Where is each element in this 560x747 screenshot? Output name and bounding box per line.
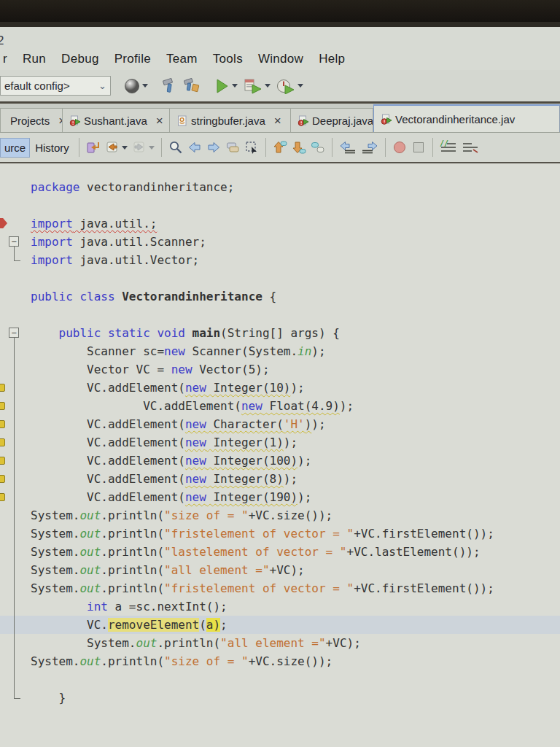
menu-run[interactable]: Run (23, 52, 46, 66)
code-line[interactable]: package vectorandinheritance; (0, 178, 560, 196)
fold-guide-line (14, 488, 15, 507)
build-project-button[interactable] (161, 78, 177, 94)
comment-button[interactable]: // (440, 140, 457, 155)
code-fold-collapse-icon[interactable]: − (9, 236, 19, 247)
code-line[interactable]: import java.util.Vector; (0, 251, 560, 269)
rectangular-selection-button[interactable] (244, 140, 259, 155)
code-token: System. (31, 527, 79, 541)
project-configuration-select[interactable]: efault config> ⌄ (0, 76, 111, 96)
dropdown-caret-icon[interactable] (149, 146, 155, 150)
dropdown-caret-icon[interactable] (265, 84, 271, 88)
tab-projects[interactable]: Projects× (0, 108, 63, 132)
toggle-bookmark-button[interactable] (225, 140, 240, 155)
code-fold-collapse-icon[interactable]: − (9, 328, 19, 338)
code-line[interactable]: System.out.println("fristelement of vect… (0, 525, 560, 543)
profile-project-button[interactable] (276, 78, 303, 94)
run-project-button[interactable] (214, 78, 238, 94)
stop-macro-recording-button[interactable] (411, 140, 426, 155)
close-icon[interactable]: × (274, 115, 281, 127)
dropdown-caret-icon[interactable] (232, 84, 238, 88)
toolbar-separator (265, 138, 266, 157)
menu-help[interactable]: Help (319, 52, 345, 66)
code-line[interactable] (0, 196, 560, 214)
back-button[interactable] (105, 140, 128, 155)
code-token: out (79, 563, 101, 577)
code-line[interactable]: System.out.println("all element ="+VC); (0, 634, 560, 652)
code-line[interactable]: import java.util.; (0, 214, 560, 233)
back-icon (105, 140, 120, 155)
code-line[interactable]: System.out.println("size of = "+VC.size(… (0, 506, 560, 525)
code-line[interactable]: System.out.println("lastelement of vecto… (0, 543, 560, 561)
code-token: Scanner(System. (185, 344, 298, 358)
code-token: ); (284, 436, 298, 449)
last-edit-location-button[interactable] (86, 140, 101, 155)
code-line[interactable]: Vector VC = new Vector(5); (0, 360, 560, 379)
code-token: .println( (101, 508, 164, 522)
start-macro-recording-icon (392, 140, 407, 155)
previous-bookmark-button[interactable] (187, 140, 202, 155)
code-line[interactable]: int a =sc.nextInt(); (0, 597, 560, 616)
globe-button[interactable] (124, 78, 148, 94)
start-macro-recording-button[interactable] (392, 140, 407, 155)
shift-left-button[interactable] (339, 140, 357, 155)
editor-toolbar: urce History // (0, 133, 560, 163)
forward-button[interactable] (132, 140, 155, 155)
code-line[interactable] (0, 269, 560, 287)
code-token: System. (87, 636, 136, 650)
uncomment-button[interactable] (462, 140, 479, 155)
find-selection-button[interactable] (168, 140, 183, 155)
code-line[interactable]: −public static void main(String[] args) … (0, 324, 560, 342)
tab-vectorandinheritance-jav[interactable]: Vectorandinheritance.jav (373, 104, 560, 132)
all-occurrences-button[interactable] (311, 140, 325, 155)
code-line[interactable]: System.out.println("size of = "+VC.size(… (0, 652, 560, 670)
code-line[interactable]: VC.addElement(new Integer(8)); (0, 470, 560, 488)
code-token: System. (31, 545, 79, 559)
menu-tools[interactable]: Tools (213, 52, 243, 66)
dropdown-caret-icon[interactable] (142, 84, 148, 88)
code-line[interactable]: VC.removeElement(a); (0, 616, 560, 634)
code-line[interactable]: public class Vectorandinheritance { (0, 287, 560, 306)
code-token: out (79, 581, 101, 595)
toolbar-separator (385, 138, 386, 157)
next-occurrence-button[interactable] (292, 140, 306, 155)
source-view-toggle[interactable]: urce (0, 138, 30, 158)
code-editor[interactable]: package vectorandinheritance;import java… (0, 163, 560, 731)
menu-r[interactable]: r (3, 52, 7, 66)
tab-stringbufer-java[interactable]: stringbufer.java× (170, 108, 291, 132)
clean-build-project-button[interactable] (183, 78, 201, 94)
code-token: .println( (101, 527, 164, 541)
menu-debug[interactable]: Debug (61, 52, 99, 66)
code-token: Integer(190) (206, 490, 298, 504)
code-line[interactable]: Scanner sc=new Scanner(System.in); (0, 342, 560, 360)
shift-right-button[interactable] (361, 140, 378, 155)
close-icon[interactable]: × (156, 115, 163, 127)
menu-window[interactable]: Window (258, 52, 303, 66)
debug-project-button[interactable] (244, 78, 271, 94)
profile-project-icon (276, 78, 295, 94)
dropdown-caret-icon[interactable] (122, 146, 128, 150)
code-token: +VC.firstElement()); (354, 527, 494, 541)
code-token: Integer(100) (206, 454, 298, 468)
code-line[interactable]: VC.addElement(new Integer(1)); (0, 433, 560, 452)
code-line[interactable]: −import java.util.Scanner; (0, 233, 560, 251)
next-bookmark-button[interactable] (206, 140, 221, 155)
fold-guide-line (14, 379, 15, 398)
code-line[interactable]: VC.addElement(new Float(4.9)); (0, 397, 560, 415)
previous-occurrence-button[interactable] (273, 140, 287, 155)
code-line[interactable]: VC.addElement(new Integer(190)); (0, 488, 560, 506)
code-line[interactable]: } (0, 689, 560, 707)
code-line[interactable]: VC.addElement(new Integer(10)); (0, 379, 560, 397)
menu-profile[interactable]: Profile (114, 52, 151, 66)
menu-team[interactable]: Team (166, 52, 198, 66)
dropdown-caret-icon[interactable] (298, 84, 303, 88)
tab-sushant-java[interactable]: Sushant.java× (63, 108, 170, 132)
code-line[interactable] (0, 670, 560, 689)
tab-deepraj-java[interactable]: Deepraj.java× (291, 108, 373, 132)
history-view-toggle[interactable]: History (30, 139, 74, 157)
code-token: ) (305, 417, 312, 431)
code-line[interactable] (0, 306, 560, 324)
code-line[interactable]: VC.addElement(new Character('H')); (0, 415, 560, 433)
code-line[interactable]: VC.addElement(new Integer(100)); (0, 452, 560, 470)
code-line[interactable]: System.out.println("all element ="+VC); (0, 561, 560, 579)
code-line[interactable]: System.out.println("fristelement of vect… (0, 579, 560, 597)
